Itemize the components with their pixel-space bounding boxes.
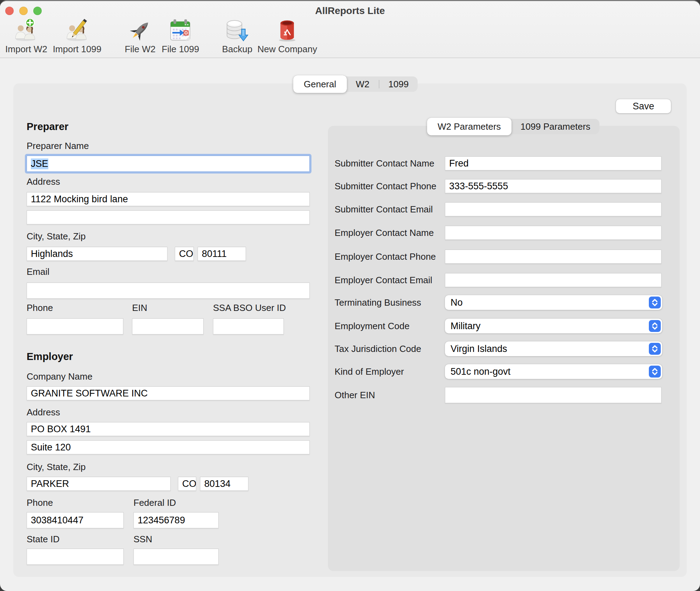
- dropdown-stepper-icon: [649, 297, 661, 308]
- preparer-phone-label: Phone: [27, 303, 53, 313]
- preparer-name-input[interactable]: JSE: [27, 156, 310, 172]
- tax-jurisdiction-code-value: Virgin Islands: [451, 344, 507, 354]
- import-1099-icon: [65, 19, 89, 42]
- submitter-contact-name-input[interactable]: Fred: [445, 156, 661, 170]
- employer-contact-phone-label: Employer Contact Phone: [335, 250, 436, 264]
- file-1099-icon: [169, 19, 192, 42]
- employment-code-select[interactable]: Military: [445, 319, 662, 333]
- federal-id-label: Federal ID: [133, 497, 176, 508]
- new-company-icon: [275, 19, 299, 42]
- preparer-ein-label: EIN: [132, 303, 147, 313]
- state-id-input[interactable]: [27, 549, 124, 565]
- toolbar-label: Import W2: [5, 44, 47, 55]
- terminating-business-value: No: [451, 297, 463, 308]
- employer-contact-name-input[interactable]: [445, 226, 661, 240]
- dropdown-stepper-icon: [649, 343, 661, 355]
- employer-contact-name-label: Employer Contact Name: [335, 226, 434, 240]
- submitter-contact-email-input[interactable]: [445, 202, 661, 216]
- kind-of-employer-select[interactable]: 501c non-govt: [445, 364, 662, 379]
- terminating-business-select[interactable]: No: [445, 295, 662, 310]
- employer-phone-label: Phone: [27, 497, 53, 508]
- ssn-input[interactable]: [133, 549, 219, 565]
- toolbar-item-import-w2[interactable]: Import W2: [5, 19, 47, 55]
- import-w2-icon: [14, 19, 38, 42]
- toolbar-label: File 1099: [162, 44, 199, 55]
- file-w2-icon: [128, 19, 152, 42]
- toolbar-label: New Company: [258, 44, 317, 55]
- employer-csz-label: City, State, Zip: [27, 462, 86, 473]
- company-name-label: Company Name: [27, 371, 92, 382]
- employer-contact-phone-input[interactable]: [445, 250, 661, 264]
- save-button[interactable]: Save: [616, 99, 671, 113]
- main-tab-bar: General W2 1099: [294, 76, 418, 92]
- federal-id-input[interactable]: 123456789: [133, 512, 219, 528]
- toolbar-label: Backup: [222, 44, 253, 55]
- toolbar-item-new-company[interactable]: New Company: [258, 19, 317, 55]
- preparer-address-label: Address: [27, 176, 60, 187]
- tab-1099-parameters[interactable]: 1099 Parameters: [512, 119, 599, 134]
- app-window: AllReports Lite Import W2: [0, 0, 700, 591]
- preparer-ssa-bso-label: SSA BSO User ID: [213, 303, 286, 313]
- toolbar-item-import-1099[interactable]: Import 1099: [53, 19, 102, 55]
- backup-icon: [225, 19, 249, 42]
- other-ein-label: Other EIN: [335, 387, 375, 403]
- kind-of-employer-label: Kind of Employer: [335, 364, 404, 379]
- selected-text: JSE: [31, 158, 48, 169]
- parameters-tab-bar: W2 Parameters 1099 Parameters: [428, 119, 599, 134]
- titlebar: AllReports Lite Import W2: [0, 1, 700, 58]
- preparer-email-label: Email: [27, 266, 49, 277]
- terminating-business-label: Terminating Business: [335, 295, 421, 310]
- employer-address2-input[interactable]: Suite 120: [27, 440, 310, 454]
- employer-phone-input[interactable]: 3038410447: [27, 512, 124, 528]
- employer-city-input[interactable]: PARKER: [27, 477, 171, 491]
- toolbar-item-file-1099[interactable]: File 1099: [162, 19, 199, 55]
- kind-of-employer-value: 501c non-govt: [451, 366, 510, 377]
- toolbar-item-file-w2[interactable]: File W2: [125, 19, 156, 55]
- preparer-csz-label: City, State, Zip: [27, 231, 86, 242]
- dropdown-stepper-icon: [649, 366, 661, 378]
- employer-zip-input[interactable]: 80134: [200, 477, 248, 491]
- tab-general[interactable]: General: [293, 75, 347, 93]
- tab-w2[interactable]: W2: [347, 76, 379, 92]
- other-ein-input[interactable]: [445, 387, 661, 403]
- company-name-input[interactable]: GRANITE SOFTWARE INC: [27, 386, 310, 400]
- preparer-heading: Preparer: [27, 121, 68, 133]
- employment-code-value: Military: [451, 321, 481, 332]
- submitter-contact-email-label: Submitter Contact Email: [335, 202, 433, 216]
- employer-contact-email-label: Employer Contact Email: [335, 273, 432, 287]
- employer-contact-email-input[interactable]: [445, 273, 661, 287]
- tax-jurisdiction-code-select[interactable]: Virgin Islands: [445, 341, 662, 356]
- employment-code-label: Employment Code: [335, 319, 410, 333]
- preparer-phone-input[interactable]: [27, 318, 123, 334]
- employer-address1-input[interactable]: PO BOX 1491: [27, 422, 310, 436]
- employer-address-label: Address: [27, 407, 60, 418]
- ssn-label: SSN: [133, 534, 152, 545]
- preparer-address2-input[interactable]: [27, 210, 310, 224]
- preparer-state-input[interactable]: CO: [175, 247, 194, 261]
- preparer-zip-input[interactable]: 80111: [198, 247, 246, 261]
- preparer-ein-input[interactable]: [132, 318, 204, 334]
- tab-w2-parameters[interactable]: W2 Parameters: [427, 118, 512, 135]
- preparer-email-input[interactable]: [27, 283, 310, 299]
- toolbar-label: File W2: [125, 44, 156, 55]
- submitter-contact-name-label: Submitter Contact Name: [335, 156, 434, 170]
- preparer-city-input[interactable]: Highlands: [27, 247, 167, 261]
- toolbar-label: Import 1099: [53, 44, 102, 55]
- tax-jurisdiction-code-label: Tax Jurisdiction Code: [335, 341, 421, 356]
- employer-state-input[interactable]: CO: [178, 477, 196, 491]
- submitter-contact-phone-input[interactable]: 333-555-5555: [445, 179, 661, 193]
- preparer-name-label: Preparer Name: [27, 141, 89, 151]
- submitter-contact-phone-label: Submitter Contact Phone: [335, 179, 437, 193]
- preparer-address1-input[interactable]: 1122 Mocking bird lane: [27, 192, 310, 206]
- dropdown-stepper-icon: [649, 320, 661, 332]
- toolbar-item-backup[interactable]: Backup: [222, 19, 253, 55]
- tab-1099[interactable]: 1099: [379, 76, 418, 92]
- window-title: AllReports Lite: [0, 5, 700, 16]
- state-id-label: State ID: [27, 534, 60, 545]
- preparer-ssa-bso-input[interactable]: [213, 318, 284, 334]
- employer-heading: Employer: [27, 351, 73, 362]
